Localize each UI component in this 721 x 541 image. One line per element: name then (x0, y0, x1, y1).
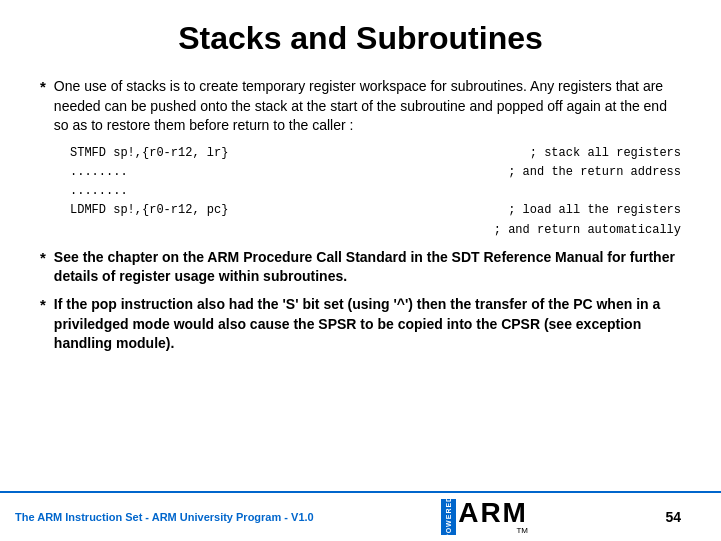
arm-brand: ARM TM (458, 499, 528, 535)
slide-container: Stacks and Subroutines * One use of stac… (0, 0, 721, 541)
slide-footer: The ARM Instruction Set - ARM University… (0, 491, 721, 541)
code-left-5 (70, 221, 290, 240)
code-left-4: LDMFD sp!,{r0-r12, pc} (70, 201, 290, 220)
code-line-3: ........ (70, 182, 681, 201)
arm-logo-wrapper: POWERED ARM TM (441, 499, 528, 535)
code-left-2: ........ (70, 163, 290, 182)
code-line-1: STMFD sp!,{r0-r12, lr} ; stack all regis… (70, 144, 681, 163)
code-block: STMFD sp!,{r0-r12, lr} ; stack all regis… (70, 144, 681, 240)
bullet-item-3: * If the pop instruction also had the 'S… (40, 295, 681, 354)
slide-title: Stacks and Subroutines (40, 20, 681, 57)
arm-brand-tm: TM (516, 527, 528, 535)
arm-brand-name: ARM (458, 499, 528, 527)
footer-text: The ARM Instruction Set - ARM University… (15, 511, 314, 523)
page-number: 54 (665, 509, 681, 525)
code-line-4: LDMFD sp!,{r0-r12, pc} ; load all the re… (70, 201, 681, 220)
bullet-text-3: If the pop instruction also had the 'S' … (54, 295, 681, 354)
bullet-star-2: * (40, 249, 46, 266)
code-comment-2: ; and the return address (508, 163, 681, 182)
bullet-star-1: * (40, 78, 46, 95)
bullet-text-1: One use of stacks is to create temporary… (54, 77, 681, 136)
bullet-item-2: * See the chapter on the ARM Procedure C… (40, 248, 681, 287)
code-left-3: ........ (70, 182, 290, 201)
powered-label: POWERED (441, 499, 456, 535)
bullet-star-3: * (40, 296, 46, 313)
bullet-item-1: * One use of stacks is to create tempora… (40, 77, 681, 136)
code-comment-4: ; load all the registers (508, 201, 681, 220)
slide-content: Stacks and Subroutines * One use of stac… (0, 0, 721, 491)
code-line-5: ; and return automatically (70, 221, 681, 240)
code-line-2: ........ ; and the return address (70, 163, 681, 182)
code-comment-5: ; and return automatically (494, 221, 681, 240)
code-left-1: STMFD sp!,{r0-r12, lr} (70, 144, 290, 163)
bullet-text-2: See the chapter on the ARM Procedure Cal… (54, 248, 681, 287)
code-comment-1: ; stack all registers (530, 144, 681, 163)
